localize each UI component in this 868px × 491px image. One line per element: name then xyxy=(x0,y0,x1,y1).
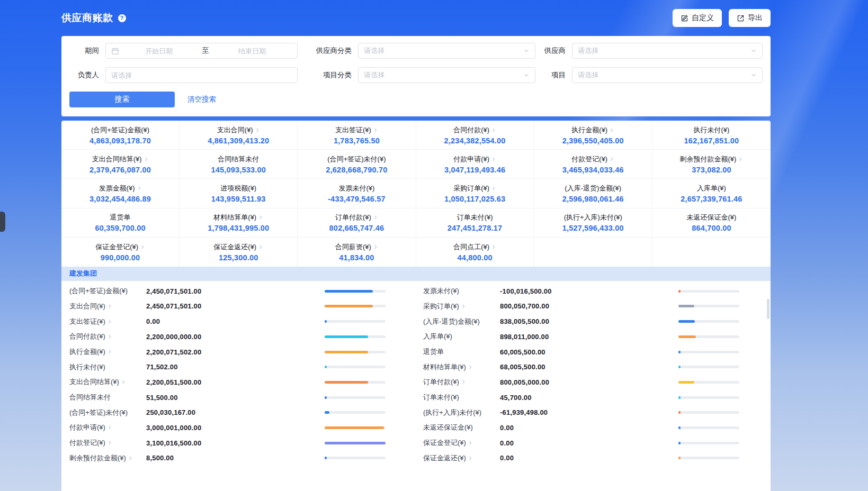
summary-cell: 退货单60,359,700.00 xyxy=(61,208,180,238)
chevron-right-icon xyxy=(491,186,496,191)
filter-panel: 期间 至 供应商分类 请选择 供应商 请选择 负责人 项目分类 xyxy=(61,36,771,116)
detail-label[interactable]: 付款申请(¥) xyxy=(69,423,146,432)
detail-row: 执行未付(¥)71,502.00 xyxy=(69,359,386,375)
summary-cell[interactable]: 保证金登记(¥)990,000.00 xyxy=(61,238,180,267)
summary-cell-label: 合同结算未付 xyxy=(218,154,259,164)
main-card: (合同+签证)金额(¥)4,863,093,178.70支出合同(¥)4,861… xyxy=(61,121,771,491)
customize-button[interactable]: 自定义 xyxy=(673,9,722,27)
date-range-to-label: 至 xyxy=(199,46,212,56)
detail-label[interactable]: 合同薪资(¥) xyxy=(423,469,500,470)
supplier-category-select[interactable]: 请选择 xyxy=(358,43,535,59)
chevron-down-icon xyxy=(523,48,530,54)
summary-cell-value: 143,959,511.93 xyxy=(211,195,266,203)
detail-value: 41,834.00 xyxy=(500,469,678,470)
detail-label: 未返还保证金(¥) xyxy=(423,423,500,432)
summary-cell-label: 保证金登记(¥) xyxy=(95,242,145,252)
owner-input[interactable] xyxy=(111,71,292,79)
detail-row: 合同付款(¥)2,200,000,000.00 xyxy=(69,329,386,344)
detail-label[interactable]: 材料结算单(¥) xyxy=(423,362,500,372)
summary-cell[interactable]: 保证金返还(¥)125,300.00 xyxy=(180,238,298,267)
scrollbar-thumb[interactable] xyxy=(767,299,769,319)
detail-label[interactable]: 付款登记(¥) xyxy=(69,438,146,448)
summary-cell-value: 2,596,980,061.46 xyxy=(562,195,624,203)
summary-cell[interactable]: 合同付款(¥)2,234,382,554.00 xyxy=(416,121,534,150)
summary-cell-label: 支出签证(¥) xyxy=(335,125,378,135)
summary-cell[interactable]: 发票金额(¥)3,032,454,486.89 xyxy=(61,179,180,208)
detail-label: 入库单(¥) xyxy=(423,332,500,341)
detail-label[interactable]: 执行金额(¥) xyxy=(69,347,146,357)
summary-cell[interactable]: 合同薪资(¥)41,834.00 xyxy=(298,238,416,267)
start-date-input[interactable] xyxy=(119,47,199,55)
progress-bar xyxy=(325,366,386,368)
chevron-down-icon xyxy=(750,48,757,54)
detail-row: 发票金额(¥)3,000,000,000.00 xyxy=(69,466,386,470)
detail-value: 45,700.00 xyxy=(500,394,678,402)
detail-row: 剩余预付款金额(¥)8,500.00 xyxy=(69,451,386,466)
detail-label[interactable]: 合同付款(¥) xyxy=(69,332,146,341)
summary-cell[interactable]: 执行金额(¥)2,396,550,405.00 xyxy=(534,121,652,150)
summary-cell-value: 802,665,747.46 xyxy=(329,224,384,232)
project-category-select[interactable]: 请选择 xyxy=(358,67,535,83)
summary-cell-value: 990,000.00 xyxy=(101,253,140,262)
detail-row: 订单未付(¥)45,700.00 xyxy=(423,390,739,405)
summary-cell-label: 合同付款(¥) xyxy=(453,125,496,135)
detail-value: 3,000,000,000.00 xyxy=(146,469,325,470)
detail-label[interactable]: 支出合同结算(¥) xyxy=(69,377,146,387)
project-select[interactable]: 请选择 xyxy=(572,67,763,83)
summary-cell[interactable]: 合同点工(¥)44,800.00 xyxy=(416,238,534,267)
summary-grid: (合同+签证)金额(¥)4,863,093,178.70支出合同(¥)4,861… xyxy=(61,121,771,267)
summary-cell[interactable]: 支出合同(¥)4,861,309,413.20 xyxy=(180,121,298,150)
end-date-input[interactable] xyxy=(212,47,292,55)
help-icon[interactable]: ? xyxy=(118,14,126,22)
summary-cell-value: 2,234,382,554.00 xyxy=(444,137,506,145)
detail-label[interactable]: 保证金返还(¥) xyxy=(423,453,500,463)
summary-cell-value: 247,451,278.17 xyxy=(448,224,503,232)
chevron-down-icon xyxy=(523,72,530,78)
chevron-right-icon xyxy=(491,157,496,162)
detail-label[interactable]: 保证金登记(¥) xyxy=(423,438,500,448)
progress-bar xyxy=(325,381,386,384)
chevron-right-icon xyxy=(128,456,133,461)
detail-label[interactable]: 订单付款(¥) xyxy=(423,377,500,387)
summary-cell[interactable]: 支出签证(¥)1,783,765.50 xyxy=(298,121,416,150)
group-header[interactable]: 建发集团 xyxy=(61,267,771,281)
chevron-right-icon xyxy=(121,379,126,385)
chevron-right-icon xyxy=(255,128,260,133)
detail-label[interactable]: 发票金额(¥) xyxy=(69,469,146,470)
summary-cell-value: 4,861,309,413.20 xyxy=(208,137,269,145)
summary-cell-label: 保证金返还(¥) xyxy=(213,242,263,252)
summary-cell-value: 373,082.00 xyxy=(692,166,731,174)
export-button-label: 导出 xyxy=(748,13,763,23)
side-drawer-handle[interactable] xyxy=(0,212,5,232)
summary-cell[interactable]: 付款申请(¥)3,047,119,493.46 xyxy=(416,150,534,179)
progress-bar xyxy=(678,442,739,444)
detail-value: 0.00 xyxy=(500,454,678,462)
summary-cell-value: -433,479,546.57 xyxy=(328,195,386,203)
detail-label[interactable]: 剩余预付款金额(¥) xyxy=(69,453,146,463)
detail-row: 发票未付(¥)-100,016,500.00 xyxy=(423,284,739,299)
detail-row: 支出合同结算(¥)2,200,051,500.00 xyxy=(69,375,386,390)
detail-row: (执行+入库)未付(¥)-61,939,498.00 xyxy=(423,405,739,420)
search-button[interactable]: 搜索 xyxy=(69,92,175,107)
export-button[interactable]: 导出 xyxy=(729,9,771,27)
detail-col-right: 发票未付(¥)-100,016,500.00采购订单(¥)800,050,700… xyxy=(423,284,739,470)
summary-cell[interactable]: 订单付款(¥)802,665,747.46 xyxy=(298,208,416,238)
summary-cell-label: (合同+签证)金额(¥) xyxy=(91,125,149,135)
detail-label[interactable]: 支出合同(¥) xyxy=(69,302,146,311)
owner-field[interactable] xyxy=(105,67,298,83)
summary-cell[interactable]: 采购订单(¥)1,050,117,025.63 xyxy=(416,179,534,208)
detail-value: 60,005,500.00 xyxy=(500,348,678,356)
date-range-picker[interactable]: 至 xyxy=(105,43,298,59)
summary-cell[interactable]: 支出合同结算(¥)2,379,476,087.00 xyxy=(61,150,180,179)
progress-bar xyxy=(325,426,386,429)
summary-cell[interactable]: 剩余预付款金额(¥)373,082.00 xyxy=(652,150,771,179)
summary-cell[interactable]: 付款登记(¥)3,465,934,033.46 xyxy=(534,150,652,179)
detail-label[interactable]: 支出签证(¥) xyxy=(69,317,146,326)
supplier-select[interactable]: 请选择 xyxy=(572,43,763,59)
detail-value: 51,500.00 xyxy=(146,394,325,402)
detail-label[interactable]: 采购订单(¥) xyxy=(423,302,500,311)
summary-cell[interactable]: 材料结算单(¥)1,798,431,995.00 xyxy=(180,208,298,238)
summary-cell: 订单未付(¥)247,451,278.17 xyxy=(416,208,534,238)
detail-row: 保证金登记(¥)0.00 xyxy=(423,435,739,451)
clear-search-link[interactable]: 清空搜索 xyxy=(187,95,216,104)
